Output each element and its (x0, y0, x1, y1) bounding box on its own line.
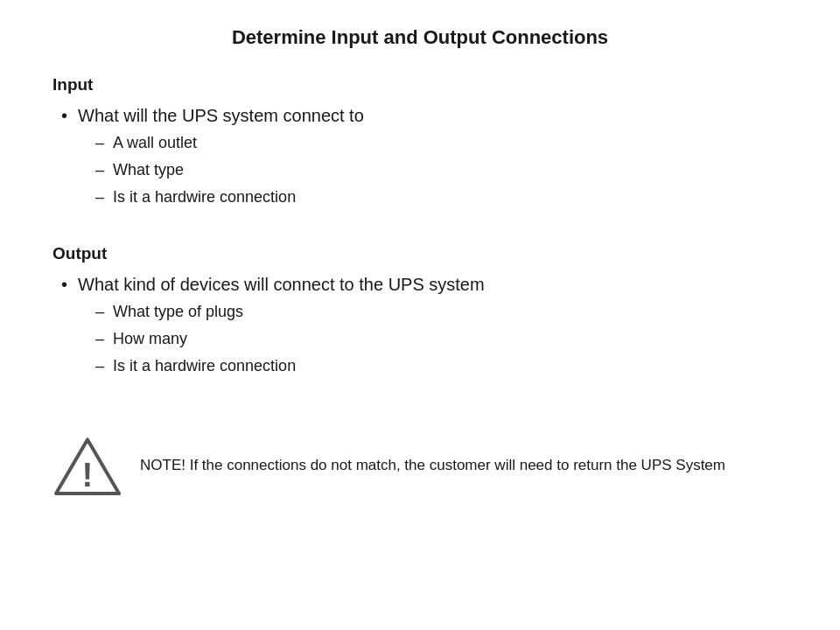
output-sub-text-3: Is it a hardwire connection (113, 354, 296, 378)
input-sub-list: – A wall outlet – What type – Is it a ha… (78, 131, 364, 209)
page: Determine Input and Output Connections I… (0, 0, 840, 630)
warning-icon: ! (52, 430, 122, 500)
output-sub-item-2: – How many (95, 327, 485, 351)
input-sub-text-2: What type (113, 158, 184, 182)
input-bullet-item: • What will the UPS system connect to – … (61, 103, 788, 213)
dash-4: – (95, 300, 104, 324)
output-sub-item-3: – Is it a hardwire connection (95, 354, 485, 378)
dash-3: – (95, 186, 104, 209)
bullet-dot: • (61, 103, 67, 128)
input-sub-item-1: – A wall outlet (95, 131, 364, 155)
note-text: NOTE! If the connections do not match, t… (140, 454, 725, 477)
svg-text:!: ! (82, 456, 94, 494)
input-label: Input (52, 75, 788, 94)
dash-6: – (95, 354, 104, 378)
output-bullet-list: • What kind of devices will connect to t… (52, 272, 788, 382)
dash-2: – (95, 158, 104, 182)
output-sub-text-2: How many (113, 327, 187, 351)
input-sub-item-2: – What type (95, 158, 364, 182)
input-sub-text-1: A wall outlet (113, 131, 197, 155)
dash-1: – (95, 131, 104, 155)
input-sub-text-3: Is it a hardwire connection (113, 186, 296, 209)
dash-5: – (95, 327, 104, 351)
input-bullet-list: • What will the UPS system connect to – … (52, 103, 788, 213)
output-section: Output • What kind of devices will conne… (52, 244, 788, 387)
output-bullet-text: What kind of devices will connect to the… (78, 275, 485, 294)
output-sub-item-1: – What type of plugs (95, 300, 485, 324)
output-label: Output (52, 244, 788, 263)
page-title: Determine Input and Output Connections (52, 26, 788, 49)
input-sub-item-3: – Is it a hardwire connection (95, 186, 364, 209)
note-section: ! NOTE! If the connections do not match,… (52, 430, 788, 500)
output-sub-text-1: What type of plugs (113, 300, 243, 324)
output-sub-list: – What type of plugs – How many – Is it … (78, 300, 485, 378)
output-bullet-item: • What kind of devices will connect to t… (61, 272, 788, 382)
bullet-dot-2: • (61, 272, 67, 297)
input-bullet-text: What will the UPS system connect to (78, 106, 364, 125)
input-section: Input • What will the UPS system connect… (52, 75, 788, 218)
